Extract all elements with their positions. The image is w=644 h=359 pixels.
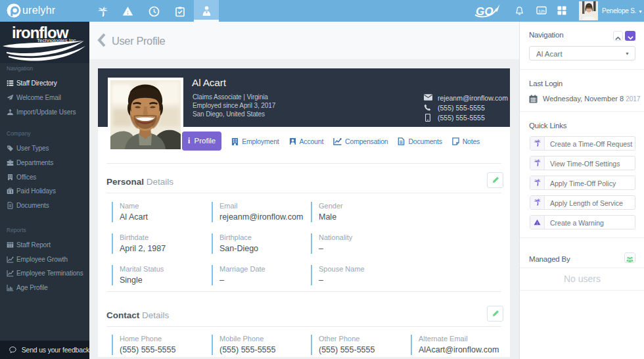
svg-text:12h: 12h — [538, 9, 545, 13]
